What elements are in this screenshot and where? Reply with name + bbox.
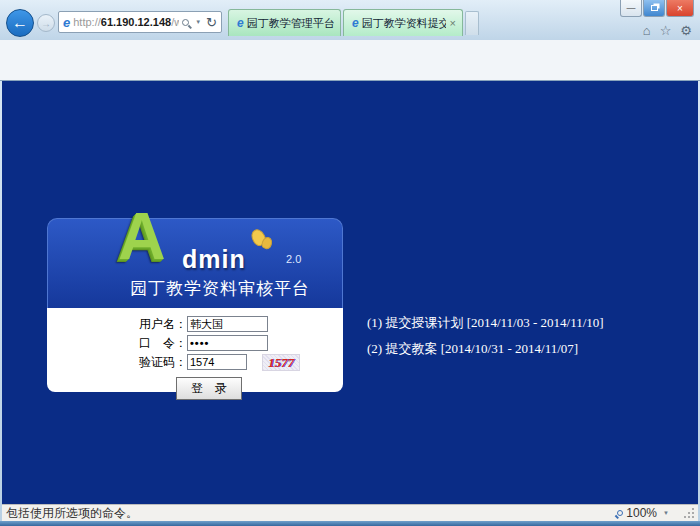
username-input[interactable] [187, 316, 268, 332]
password-input[interactable] [187, 335, 268, 351]
forward-icon: → [41, 18, 51, 29]
tab-submit-review-platform[interactable]: e 园丁教学资料提交审核平台 × [343, 9, 463, 36]
notice-list: (1) 提交授课计划 [2014/11/03 - 2014/11/10] (2)… [367, 310, 604, 362]
captcha-input[interactable] [187, 354, 247, 370]
restore-button[interactable] [643, 0, 665, 17]
back-icon: ← [12, 14, 28, 32]
quick-access-icons: ⌂ ☆ ⚙ [643, 23, 692, 38]
close-icon: × [677, 3, 683, 14]
browser-top-chrome: ← → e http://61.190.12.148/webzlcj/logi … [0, 0, 700, 40]
admin-logo-letter: A [118, 203, 166, 269]
window-controls: — × [619, 0, 694, 17]
tab-title: 园丁教学管理平台 [247, 16, 334, 31]
captcha-row: 验证码： 1577 [47, 353, 343, 371]
captcha-label: 验证码： [47, 354, 187, 371]
password-label: 口 令： [47, 335, 187, 352]
refresh-icon[interactable]: ↻ [206, 15, 217, 30]
login-panel-header: A dmin 2.0 园丁教学资料审核平台 [47, 218, 343, 308]
minimize-icon: — [627, 3, 636, 13]
tab-management-platform[interactable]: e 园丁教学管理平台 [228, 9, 341, 36]
platform-title: 园丁教学资料审核平台 [48, 277, 342, 300]
logo-version: 2.0 [286, 253, 301, 265]
back-button[interactable]: ← [6, 9, 34, 37]
minimize-button[interactable]: — [620, 0, 642, 17]
password-row: 口 令： [47, 334, 343, 352]
username-label: 用户名： [47, 316, 187, 333]
username-row: 用户名： [47, 315, 343, 333]
tab-favicon-icon: e [352, 16, 359, 30]
status-bar: 包括使用所选项的命令。 100% ▼ [2, 504, 698, 521]
button-row: 登 录 [47, 377, 343, 400]
captcha-image[interactable]: 1577 [262, 354, 300, 371]
zoom-magnifier-icon [617, 510, 623, 516]
browser-window: ← → e http://61.190.12.148/webzlcj/logi … [0, 0, 700, 526]
resize-grip[interactable] [684, 508, 694, 518]
settings-gear-icon[interactable]: ⚙ [680, 23, 692, 38]
login-button[interactable]: 登 录 [176, 377, 242, 400]
url-host: 61.190.12.148 [101, 16, 171, 28]
zoom-caret-icon[interactable]: ▼ [663, 510, 669, 516]
window-bottom-frame [0, 521, 700, 526]
url-text[interactable]: http://61.190.12.148/webzlcj/logi [73, 16, 179, 28]
home-icon[interactable]: ⌂ [643, 23, 651, 38]
favorites-star-icon[interactable]: ☆ [660, 23, 672, 38]
close-button[interactable]: × [666, 0, 694, 17]
zoom-control[interactable]: 100% ▼ [617, 506, 672, 520]
admin-logo-text: dmin [182, 245, 246, 274]
notice-item-2: (2) 提交教案 [2014/10/31 - 2014/11/07] [367, 336, 604, 362]
url-path: /webzlcj/logi [171, 16, 179, 28]
zoom-level: 100% [626, 506, 657, 520]
forward-button[interactable]: → [37, 14, 55, 32]
autocomplete-caret-icon[interactable]: ▼ [195, 19, 201, 25]
tab-favicon-icon: e [237, 16, 244, 30]
new-tab-button[interactable] [465, 11, 479, 35]
tab-close-icon[interactable]: × [450, 18, 456, 29]
page-content: A dmin 2.0 园丁教学资料审核平台 用户名： 口 令： 验证码： [2, 81, 698, 504]
url-prefix: http:// [73, 16, 101, 28]
notice-item-1: (1) 提交授课计划 [2014/11/03 - 2014/11/10] [367, 310, 604, 336]
status-text: 包括使用所选项的命令。 [6, 505, 617, 522]
search-icon[interactable] [182, 19, 189, 26]
restore-icon [651, 5, 658, 11]
tab-title: 园丁教学资料提交审核平台 [362, 16, 446, 31]
login-form: 用户名： 口 令： 验证码： 1577 登 录 [47, 308, 343, 392]
ie-favicon: e [63, 15, 70, 30]
address-bar[interactable]: e http://61.190.12.148/webzlcj/logi ▼ ↻ [58, 11, 222, 33]
butterfly-icon [250, 227, 276, 255]
login-panel: A dmin 2.0 园丁教学资料审核平台 用户名： 口 令： 验证码： [47, 218, 343, 392]
menu-command-zone: 文件(F) 编辑(E) 查看(V) 收藏夹(A) 工具(T) 帮助(H) ⌂ ▼… [0, 40, 700, 81]
